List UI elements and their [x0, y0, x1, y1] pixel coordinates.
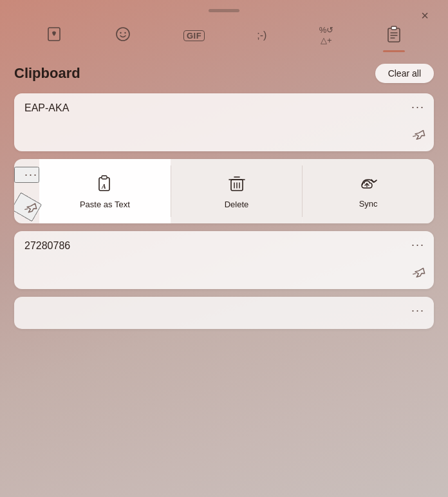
tab-favorites[interactable]: [39, 22, 69, 52]
tab-symbols[interactable]: %↺△+: [313, 21, 341, 52]
svg-point-1: [117, 28, 129, 41]
paste-as-text-button[interactable]: A Paste as Text: [39, 159, 171, 223]
paste-as-text-icon: A: [95, 174, 115, 196]
clipboard-item-2-controls: ···: [14, 159, 39, 223]
svg-point-3: [124, 32, 126, 33]
tab-clipboard[interactable]: [379, 21, 409, 52]
clipboard-icon: [386, 25, 402, 46]
delete-label: Delete: [225, 200, 249, 209]
favorites-icon: [46, 26, 62, 45]
emoji-icon: [115, 26, 131, 45]
sync-icon: [359, 174, 378, 195]
tab-bar: GIF ;-) %↺△+: [0, 19, 448, 52]
svg-line-9: [413, 135, 416, 137]
clipboard-item-3: 27280786 ···: [14, 231, 434, 289]
clipboard-item-4: ···: [14, 297, 434, 329]
close-button[interactable]: ×: [413, 4, 436, 27]
tab-emoji[interactable]: [108, 22, 138, 52]
sync-button[interactable]: Sync: [303, 159, 434, 223]
gif-icon: GIF: [183, 30, 205, 41]
svg-line-21: [413, 272, 416, 275]
clipboard-title: Clipboard: [14, 65, 80, 82]
clipboard-item-2: ··· A: [14, 159, 434, 223]
clipboard-item-4-text: [24, 306, 424, 321]
clipboard-item-1: EAP-AKA ···: [14, 93, 434, 151]
delete-icon: [228, 174, 246, 196]
clipboard-item-1-more[interactable]: ···: [411, 101, 425, 113]
drag-handle[interactable]: [209, 9, 239, 12]
clipboard-content: Clipboard Clear all EAP-AKA ··· ···: [0, 55, 448, 497]
clipboard-item-3-text: 27280786: [24, 240, 424, 281]
svg-line-10: [25, 208, 28, 211]
clipboard-panel: × GIF: [0, 0, 448, 497]
clipboard-item-2-pin[interactable]: [14, 192, 42, 222]
clipboard-item-3-more[interactable]: ···: [411, 239, 425, 250]
clear-all-button[interactable]: Clear all: [375, 64, 434, 83]
clipboard-item-2-more[interactable]: ···: [14, 167, 39, 183]
delete-button[interactable]: Delete: [171, 159, 303, 223]
symbols-icon: %↺△+: [319, 25, 334, 45]
svg-rect-5: [391, 26, 397, 30]
svg-text:A: A: [101, 183, 106, 190]
tab-kaomoji[interactable]: ;-): [250, 26, 273, 47]
clipboard-header: Clipboard Clear all: [14, 64, 434, 83]
clipboard-item-2-actions: A Paste as Text: [39, 159, 434, 223]
sync-label: Sync: [359, 199, 378, 209]
svg-rect-12: [102, 176, 107, 179]
clipboard-item-4-more[interactable]: ···: [411, 305, 425, 316]
clipboard-item-1-text: EAP-AKA: [24, 102, 424, 144]
paste-as-text-label: Paste as Text: [80, 200, 130, 209]
kaomoji-icon: ;-): [257, 30, 266, 41]
svg-point-2: [120, 32, 121, 33]
tab-gif[interactable]: GIF: [177, 26, 211, 48]
